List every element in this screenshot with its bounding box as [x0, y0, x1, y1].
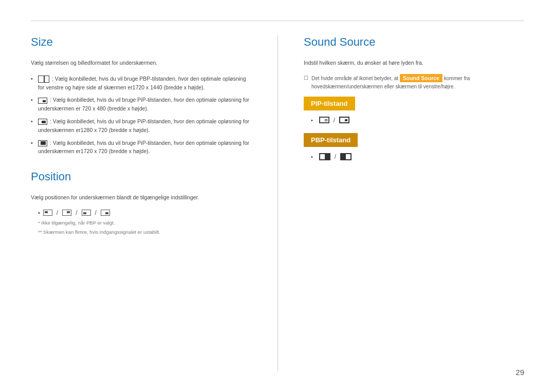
pip-badge: PIP-tilstand	[304, 97, 355, 110]
page-container: Size Vælg størrelsen og billedformatet f…	[0, 0, 555, 392]
pbp-section: PBP-tilstand /	[304, 133, 524, 160]
pip-slash: /	[334, 117, 335, 124]
position-desc: Vælg positionen for underskærmen blandt …	[31, 194, 252, 202]
checkbox-symbol: ☐	[304, 75, 308, 81]
pbp-left-icon	[319, 153, 330, 160]
position-br-icon	[101, 210, 110, 216]
list-item: : Vælg ikonbilledet, hvis du vil bruge P…	[31, 139, 252, 156]
bullet-text: : Vælg ikonbilledet, hvis du vil bruge P…	[38, 118, 249, 133]
top-divider	[31, 21, 524, 21]
left-column: Size Vælg størrelsen og billedformatet f…	[31, 35, 278, 371]
pbp-badge: PBP-tilstand	[304, 133, 358, 147]
page-number: 29	[515, 368, 524, 377]
pip-large-icon	[38, 140, 47, 146]
pip-icon-row: /	[304, 117, 524, 124]
position-icons-row: • / / /	[31, 209, 252, 216]
list-item: : Vælg ikonbilledet, hvis du vil bruge P…	[31, 117, 252, 135]
pip-sub-active-icon	[339, 117, 349, 123]
position-tl-icon	[43, 210, 52, 216]
pbp-icon-row: /	[304, 153, 524, 160]
bullet-text: : Vælg ikonbilledet, hvis du vil bruge P…	[38, 76, 246, 90]
size-bullet-list: : Vælg ikonbilledet, hvis du vil bruge P…	[31, 74, 252, 156]
right-column: Sound Source Indstil hvilken skærm, du ø…	[278, 35, 524, 371]
size-title: Size	[31, 35, 252, 49]
pip-med-icon	[38, 119, 47, 125]
sound-note-text: Det hvide område af ikonet betyder, at S…	[311, 74, 524, 90]
position-tr-icon	[62, 210, 71, 216]
slash2: /	[76, 209, 77, 216]
position-footnote1: Ikke tilgængelig, når PBP er valgt.	[31, 219, 252, 227]
position-section: Position Vælg positionen for underskærme…	[31, 170, 252, 236]
pip-main-screen-icon	[319, 117, 329, 123]
bullet-text: : Vælg ikonbilledet, hvis du vil bruge P…	[38, 140, 249, 155]
pbp-slash: /	[335, 153, 336, 160]
sound-source-highlight: Sound Source	[400, 74, 442, 82]
sound-note-box: ☐ Det hvide område af ikonet betyder, at…	[304, 74, 524, 90]
list-item: : Vælg ikonbilledet, hvis du vil bruge P…	[31, 96, 252, 113]
slash3: /	[95, 209, 97, 216]
bullet-text: : Vælg ikonbilledet, hvis du vil bruge P…	[38, 97, 249, 111]
position-footnote2: Skærmen kan flimre, hvis indgangssignale…	[31, 229, 252, 236]
pbp-right-icon	[340, 153, 351, 160]
position-bl-icon	[82, 210, 91, 216]
sound-source-title: Sound Source	[304, 35, 524, 49]
position-title: Position	[31, 170, 252, 183]
pip-section: PIP-tilstand /	[304, 97, 524, 124]
size-desc: Vælg størrelsen og billedformatet for un…	[31, 59, 252, 67]
bullet-dot: •	[38, 210, 40, 216]
list-item: : Vælg ikonbilledet, hvis du vil bruge P…	[31, 74, 252, 92]
columns: Size Vælg størrelsen og billedformatet f…	[31, 35, 524, 371]
sound-desc: Indstil hvilken skærm, du ønsker at høre…	[304, 59, 524, 67]
pbp-wide-icon	[38, 76, 49, 83]
pip-small-icon	[38, 98, 47, 104]
slash1: /	[57, 209, 58, 216]
